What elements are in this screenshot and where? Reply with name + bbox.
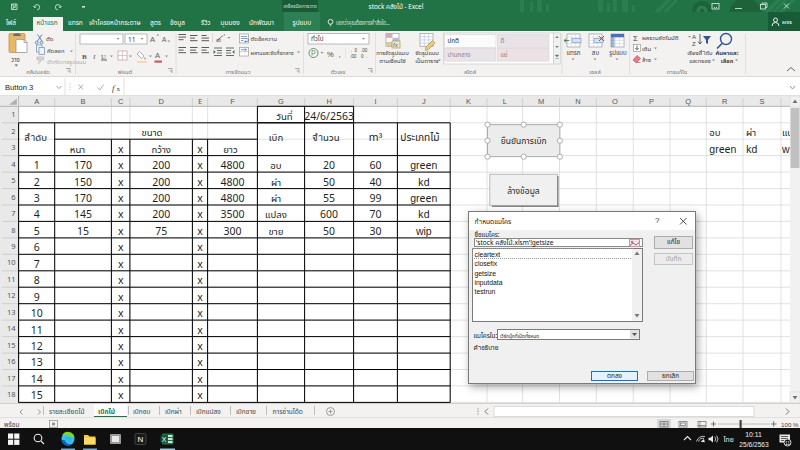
svg-text:x: x — [118, 290, 124, 306]
svg-text:18: 18 — [7, 389, 16, 400]
svg-text:ประเภทไม้: ประเภทไม้ — [400, 130, 439, 146]
svg-text:25/6/2563: 25/6/2563 — [739, 441, 769, 448]
svg-text:ล้างข้อมูล: ล้างข้อมูล — [507, 185, 540, 198]
svg-text:70: 70 — [369, 207, 381, 223]
svg-text:ปานกลาง: ปานกลาง — [448, 50, 471, 60]
svg-text:และกรอง: และกรอง — [689, 57, 711, 66]
svg-text:x: x — [197, 207, 203, 223]
svg-text:5: 5 — [11, 175, 15, 186]
svg-text:C: C — [118, 96, 124, 107]
svg-text:หนา: หนา — [70, 143, 86, 157]
svg-text:ลบ: ลบ — [592, 48, 600, 58]
svg-text:50: 50 — [323, 175, 335, 191]
svg-text:200: 200 — [152, 207, 170, 223]
svg-text:16: 16 — [7, 356, 16, 367]
svg-text:X: X — [162, 436, 167, 443]
svg-text:145: 145 — [74, 207, 92, 223]
svg-text:9: 9 — [11, 241, 15, 252]
svg-text:สไตล์: สไตล์ — [464, 68, 476, 77]
svg-text:รูปแบบ: รูปแบบ — [609, 48, 627, 58]
svg-text:H: H — [326, 96, 331, 107]
svg-text:กว้าง: กว้าง — [151, 143, 171, 157]
svg-text:x: x — [197, 355, 203, 371]
svg-text:x: x — [118, 191, 124, 207]
svg-text:P: P — [649, 96, 654, 107]
svg-text:A: A — [162, 35, 167, 45]
svg-text:f: f — [112, 83, 116, 93]
svg-text:x: x — [118, 158, 124, 174]
svg-text:55: 55 — [323, 191, 335, 207]
svg-text:อบ: อบ — [270, 159, 282, 173]
svg-text:wip: wip — [415, 224, 432, 240]
svg-text:9: 9 — [34, 290, 40, 306]
svg-text:2: 2 — [34, 175, 40, 191]
svg-text:Q: Q — [685, 96, 691, 107]
svg-text:เลือก: เลือก — [721, 57, 734, 66]
svg-text:N: N — [575, 96, 580, 107]
svg-text:200: 200 — [152, 158, 170, 174]
svg-text:ขนาด: ขนาด — [142, 126, 163, 140]
svg-text:green: green — [410, 191, 437, 207]
svg-text:15: 15 — [7, 340, 16, 351]
svg-text:6: 6 — [34, 240, 40, 256]
svg-text:แทรก: แทรก — [566, 48, 580, 58]
svg-text:6: 6 — [11, 192, 15, 203]
svg-text:kd: kd — [418, 207, 430, 223]
svg-text:x: x — [197, 306, 203, 322]
svg-text:50: 50 — [323, 224, 335, 240]
svg-text:ตัวเลข: ตัวเลข — [331, 68, 346, 77]
svg-text:แย่: แย่ — [501, 50, 508, 60]
svg-text:3500: 3500 — [220, 207, 244, 223]
svg-text:x: x — [197, 339, 203, 355]
svg-text:7: 7 — [34, 257, 40, 273]
svg-text:75: 75 — [155, 224, 167, 240]
svg-text:วาง: วาง — [11, 55, 20, 65]
svg-text:green: green — [709, 142, 736, 158]
svg-text:A: A — [34, 96, 39, 107]
svg-text:0→: 0→ — [361, 54, 368, 59]
svg-text:30: 30 — [369, 224, 381, 240]
svg-text:14: 14 — [31, 372, 43, 388]
svg-text:m³: m³ — [369, 130, 383, 146]
svg-text:40: 40 — [369, 175, 381, 191]
svg-text:คัดลอก: คัดลอก — [47, 47, 65, 56]
svg-text:การแก้ไข: การแก้ไข — [667, 68, 687, 77]
svg-text:300: 300 — [223, 224, 241, 240]
svg-text:ผลรวมอัตโนมัติ: ผลรวมอัตโนมัติ — [642, 34, 679, 43]
svg-text:8: 8 — [11, 225, 15, 236]
svg-text:11: 11 — [128, 35, 135, 45]
svg-text:เบิก: เบิก — [269, 131, 283, 145]
svg-text:3: 3 — [11, 142, 15, 153]
svg-text:ตามเงื่อนไข: ตามเงื่อนไข — [379, 57, 405, 66]
svg-text:x: x — [118, 339, 124, 355]
svg-text:1: 1 — [34, 158, 40, 174]
svg-text:11: 11 — [7, 274, 16, 285]
svg-text:J: J — [422, 96, 426, 107]
svg-text:x: x — [118, 306, 124, 322]
svg-text:R: R — [722, 96, 728, 107]
svg-text:11: 11 — [31, 323, 43, 339]
svg-text:F: F — [230, 96, 235, 107]
svg-text:1: 1 — [11, 109, 15, 120]
svg-text:600: 600 — [320, 207, 338, 223]
svg-text:4800: 4800 — [220, 175, 244, 191]
svg-text:x: x — [118, 355, 124, 371]
svg-text:60: 60 — [369, 158, 381, 174]
svg-text:เซลล์: เซลล์ — [589, 68, 600, 77]
svg-text:x: x — [197, 142, 203, 158]
svg-text:I: I — [92, 53, 96, 61]
svg-text:ฟอนต์: ฟอนต์ — [118, 68, 133, 77]
svg-text:x: x — [118, 142, 124, 158]
svg-text:ตัด: ตัด — [46, 35, 54, 44]
svg-text:3: 3 — [34, 191, 40, 207]
svg-text:x: x — [118, 175, 124, 191]
svg-text:x: x — [197, 191, 203, 207]
svg-text:x: x — [118, 372, 124, 388]
svg-text:Z: Z — [692, 40, 696, 49]
svg-text:ยืนยันการเบิก: ยืนยันการเบิก — [501, 135, 547, 148]
svg-text:8: 8 — [34, 273, 40, 289]
svg-text:10: 10 — [7, 257, 16, 268]
svg-text:ผ่า: ผ่า — [271, 192, 281, 206]
svg-text:5: 5 — [34, 224, 40, 240]
svg-text:ขาย: ขาย — [269, 225, 284, 239]
